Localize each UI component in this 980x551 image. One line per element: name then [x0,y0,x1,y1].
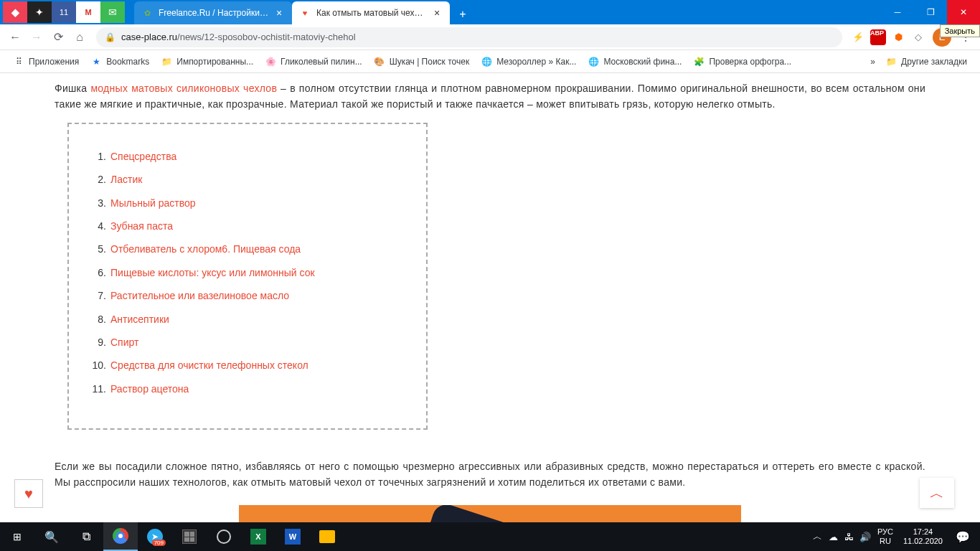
toc-num-8: 8. [90,311,106,327]
apps-button[interactable]: ⠿Приложения [7,52,85,72]
clock-date: 11.02.2020 [903,537,943,546]
system-tray: ︿ ☁ 🖧 🔊 РУС RU 17:24 11.02.2020 💬 [810,522,980,551]
reload-button[interactable]: ⟳ [47,27,69,48]
toc-link-4[interactable]: Зубная паста [110,218,173,234]
tab-close-freelance[interactable]: × [273,7,285,19]
toc-item-5: 5.Отбеливатель с хлором6. Пищевая сода [90,241,405,257]
browser-tabs: ✿ Freelance.Ru / Настройки - Мой × ♥ Как… [134,0,881,24]
bookmark-7[interactable]: 🧩Проверка орфогра... [687,52,797,72]
toc-link-5[interactable]: Отбеливатель с хлором6. Пищевая сода [110,241,301,257]
calculator-icon [182,529,197,544]
task-view-button[interactable]: ⧉ [69,522,103,551]
pinned-tab-calendar[interactable]: 11 [52,1,76,23]
tab-close-caseplace[interactable]: × [431,7,443,19]
toc-item-4: 4.Зубная паста [90,218,405,234]
toc-link-7[interactable]: Растительное или вазелиновое масло [110,288,289,303]
pinned-tab-mail2[interactable]: ✉ [100,1,125,23]
pinned-tab-pocket[interactable]: ◆ [3,1,27,23]
toc-num-7: 7. [90,288,106,303]
toc-num-10: 10. [90,357,106,373]
bookmarks-bar: ⠿Приложения ★Bookmarks 📁Импортированны..… [0,50,980,73]
taskbar-excel[interactable]: X [241,522,275,551]
toc-item-8: 8.Антисептики [90,311,405,327]
article-image [239,505,741,522]
toc-link-8[interactable]: Антисептики [110,311,169,327]
tab-title-caseplace: Как отмыть матовый чехол для [316,8,427,18]
tray-onedrive[interactable]: ☁ [826,522,842,551]
taskbar-chrome[interactable] [103,522,138,551]
address-bar[interactable]: 🔒 case-place.ru/news/12-sposobov-ochisti… [96,27,842,47]
tab-caseplace[interactable]: ♥ Как отмыть матовый чехол для × [292,1,450,24]
back-button[interactable]: ← [4,27,26,48]
puzzle-icon: 🧩 [693,56,705,67]
tray-network[interactable]: 🖧 [842,522,857,551]
folder-icon [319,530,335,543]
taskbar-alarms[interactable] [207,522,241,551]
scroll-to-top-button[interactable]: ︿ [920,478,954,508]
taskbar-explorer[interactable] [310,522,344,551]
clock-time: 17:24 [903,527,943,537]
page-content[interactable]: Фишка модных матовых силиконовых чехлов … [0,73,980,522]
table-of-contents: 1.Спецсредства 2.Ластик 3.Мыльный раство… [67,123,428,430]
pinned-tab-gmail[interactable]: M [76,1,100,23]
toc-link-2[interactable]: Ластик [110,171,142,187]
bookmarks-overflow[interactable]: » [866,57,880,67]
ext-abp-icon[interactable]: ABP [868,27,888,47]
pinned-tab-2[interactable]: ✦ [27,1,52,23]
toc-num-2: 2. [90,171,106,187]
star-icon: ★ [90,56,102,67]
bookmark-4[interactable]: 🎨Шукач | Поиск точек [368,52,476,72]
bookmark-3-label: Гликолевый пилин... [281,57,362,67]
toc-num-5: 5. [90,241,106,257]
window-titlebar: ◆ ✦ 11 M ✉ ✿ Freelance.Ru / Настройки - … [0,0,980,24]
favorite-button[interactable]: ♥ [14,479,43,508]
bookmark-3[interactable]: 🌸Гликолевый пилин... [259,52,368,72]
bookmark-2[interactable]: 📁Импортированны... [155,52,259,72]
globe2-icon: 🌐 [481,56,492,67]
language-indicator[interactable]: РУС RU [873,527,897,546]
flower-icon: 🌸 [265,56,276,67]
apps-icon: ⠿ [13,56,24,67]
bookmark-6[interactable]: 🌐Московский фина... [582,52,687,72]
maximize-button[interactable]: ❐ [914,0,947,24]
ext-amp-icon[interactable]: ⚡ [848,27,868,47]
ext-shield-icon[interactable]: ⬢ [888,27,908,47]
home-button[interactable]: ⌂ [69,27,90,48]
telegram-badge: 709 [152,540,166,546]
windows-taskbar: ⊞ 🔍 ⧉ ➤709 X W ︿ ☁ 🖧 🔊 РУС RU 17:24 11.0… [0,522,980,551]
toc-link-9[interactable]: Спирт [110,334,138,350]
tray-volume[interactable]: 🔊 [857,522,873,551]
action-center[interactable]: 💬 [948,530,977,544]
bookmark-7-label: Проверка орфогра... [709,57,791,67]
tray-overflow[interactable]: ︿ [810,522,826,551]
intro-pre: Фишка [55,83,90,94]
bookmark-1[interactable]: ★Bookmarks [85,52,155,72]
other-bookmarks[interactable]: 📁Другие закладки [880,52,973,72]
close-button[interactable]: ✕ Закрыть [947,0,980,24]
new-tab-button[interactable]: + [453,4,473,24]
taskbar-telegram[interactable]: ➤709 [138,522,172,551]
telegram-icon: ➤709 [147,529,163,545]
forward-button[interactable]: → [26,27,47,48]
toc-link-3[interactable]: Мыльный раствор [110,195,196,211]
tab-favicon-caseplace: ♥ [299,7,311,19]
folder-icon: 📁 [161,56,172,67]
bookmark-5-label: Мезороллер » Как... [496,57,576,67]
taskbar-calculator[interactable] [172,522,207,551]
bookmark-1-label: Bookmarks [106,57,149,67]
toc-link-10[interactable]: Средства для очистки телефонных стекол [110,357,308,373]
tab-freelance[interactable]: ✿ Freelance.Ru / Настройки - Мой × [134,1,292,24]
start-button[interactable]: ⊞ [0,522,34,551]
taskbar-word[interactable]: W [275,522,310,551]
toc-link-6[interactable]: Пищевые кислоты: уксус или лимонный сок [110,265,315,281]
clock-icon [217,529,231,544]
minimize-button[interactable]: ─ [881,0,914,24]
toc-link-11[interactable]: Раствор ацетона [110,381,189,397]
ext-pocket-icon[interactable]: ◇ [908,27,928,47]
intro-link[interactable]: модных матовых силиконовых чехлов [90,83,277,94]
toc-link-1[interactable]: Спецсредства [110,149,176,164]
search-button[interactable]: 🔍 [34,522,69,551]
taskbar-clock[interactable]: 17:24 11.02.2020 [897,527,948,546]
bookmark-5[interactable]: 🌐Мезороллер » Как... [475,52,582,72]
browser-toolbar: ← → ⟳ ⌂ 🔒 case-place.ru/news/12-sposobov… [0,24,980,50]
